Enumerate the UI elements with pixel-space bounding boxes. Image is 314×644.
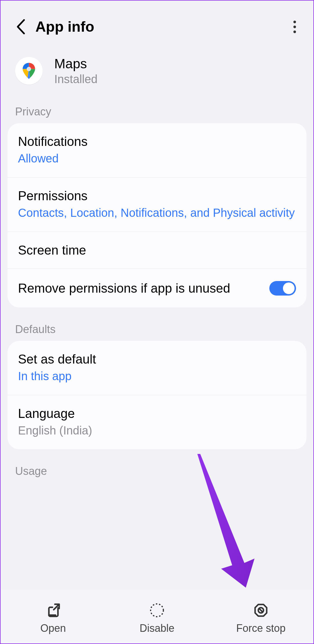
language-title: Language — [18, 406, 296, 421]
svg-point-2 — [151, 604, 163, 617]
more-options-button[interactable] — [287, 18, 302, 35]
svg-point-1 — [27, 67, 31, 71]
row-screen-time[interactable]: Screen time — [8, 232, 306, 269]
row-permissions[interactable]: Permissions Contacts, Location, Notifica… — [8, 178, 306, 232]
notifications-value: Allowed — [18, 151, 296, 166]
force-stop-icon — [252, 602, 269, 619]
app-install-status: Installed — [54, 73, 98, 86]
app-icon-maps — [15, 57, 43, 85]
permissions-title: Permissions — [18, 189, 296, 203]
section-header-privacy: Privacy — [1, 100, 313, 123]
bottom-nav: Open Disable Force stop — [1, 590, 313, 643]
permissions-value: Contacts, Location, Notifications, and P… — [18, 205, 296, 221]
nav-open-label: Open — [40, 622, 66, 634]
row-remove-permissions[interactable]: Remove permissions if app is unused — [8, 269, 306, 307]
page-title: App info — [35, 18, 94, 35]
remove-permissions-title: Remove permissions if app is unused — [18, 280, 261, 296]
notifications-title: Notifications — [18, 134, 296, 149]
defaults-card: Set as default In this app Language Engl… — [8, 341, 306, 449]
nav-disable-label: Disable — [140, 622, 174, 634]
back-chevron-icon — [16, 19, 26, 34]
language-value: English (India) — [18, 423, 296, 438]
disable-icon — [149, 602, 165, 619]
open-icon — [45, 602, 62, 619]
row-set-as-default[interactable]: Set as default In this app — [8, 341, 306, 395]
row-notifications[interactable]: Notifications Allowed — [8, 123, 306, 178]
privacy-card: Notifications Allowed Permissions Contac… — [8, 123, 306, 307]
section-header-defaults: Defaults — [1, 318, 313, 341]
nav-force-stop-button[interactable]: Force stop — [210, 602, 312, 634]
nav-force-stop-label: Force stop — [236, 622, 286, 634]
nav-disable-button[interactable]: Disable — [106, 602, 208, 634]
section-header-usage: Usage — [1, 460, 313, 483]
set-default-title: Set as default — [18, 352, 296, 366]
back-button[interactable] — [12, 18, 30, 35]
row-language[interactable]: Language English (India) — [8, 395, 306, 449]
remove-permissions-toggle[interactable] — [269, 281, 296, 296]
app-name: Maps — [54, 56, 98, 71]
nav-open-button[interactable]: Open — [2, 602, 104, 634]
screen-time-title: Screen time — [18, 243, 296, 257]
more-vertical-icon — [293, 21, 296, 23]
set-default-value: In this app — [18, 368, 296, 384]
